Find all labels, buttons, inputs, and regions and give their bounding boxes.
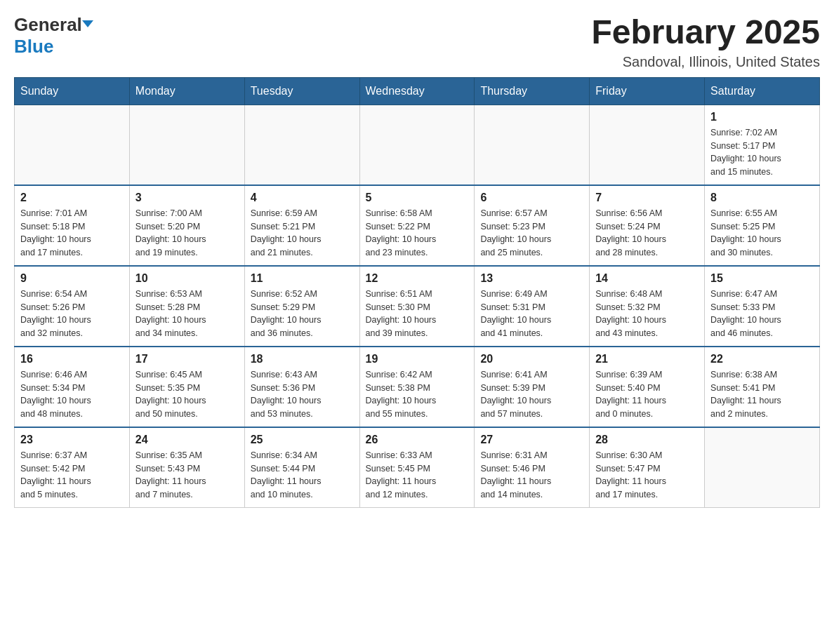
day-number: 19 — [366, 353, 469, 365]
calendar-header-row: Sunday Monday Tuesday Wednesday Thursday… — [15, 77, 820, 105]
day-info: Sunrise: 6:56 AMSunset: 5:24 PMDaylight:… — [595, 207, 699, 260]
day-info: Sunrise: 6:59 AMSunset: 5:21 PMDaylight:… — [251, 207, 354, 260]
day-info: Sunrise: 6:34 AMSunset: 5:44 PMDaylight:… — [251, 449, 354, 502]
day-number: 3 — [135, 192, 239, 204]
day-number: 5 — [366, 192, 469, 204]
calendar-day-cell: 7Sunrise: 6:56 AMSunset: 5:24 PMDaylight… — [590, 185, 705, 266]
day-number: 1 — [710, 111, 814, 123]
calendar-day-cell: 14Sunrise: 6:48 AMSunset: 5:32 PMDayligh… — [590, 266, 705, 347]
calendar-week-row: 9Sunrise: 6:54 AMSunset: 5:26 PMDaylight… — [15, 266, 820, 347]
calendar-day-cell — [129, 105, 244, 185]
calendar-day-cell: 17Sunrise: 6:45 AMSunset: 5:35 PMDayligh… — [129, 347, 244, 427]
logo-general-text: General — [14, 14, 82, 36]
day-number: 15 — [710, 272, 814, 285]
day-number: 12 — [366, 272, 469, 285]
day-info: Sunrise: 6:49 AMSunset: 5:31 PMDaylight:… — [480, 288, 583, 340]
calendar-day-cell: 10Sunrise: 6:53 AMSunset: 5:28 PMDayligh… — [129, 266, 244, 347]
calendar-day-cell: 20Sunrise: 6:41 AMSunset: 5:39 PMDayligh… — [475, 347, 590, 427]
day-info: Sunrise: 6:51 AMSunset: 5:30 PMDaylight:… — [366, 288, 469, 340]
day-number: 26 — [366, 434, 469, 446]
day-info: Sunrise: 6:54 AMSunset: 5:26 PMDaylight:… — [20, 288, 124, 340]
day-number: 18 — [251, 353, 354, 365]
day-number: 7 — [595, 192, 699, 204]
day-info: Sunrise: 6:48 AMSunset: 5:32 PMDaylight:… — [595, 288, 699, 340]
calendar-day-cell — [590, 105, 705, 185]
calendar-day-cell: 2Sunrise: 7:01 AMSunset: 5:18 PMDaylight… — [15, 185, 130, 266]
day-info: Sunrise: 6:37 AMSunset: 5:42 PMDaylight:… — [20, 449, 124, 502]
calendar-week-row: 23Sunrise: 6:37 AMSunset: 5:42 PMDayligh… — [15, 427, 820, 508]
day-number: 9 — [20, 272, 124, 285]
calendar-day-cell — [705, 427, 820, 508]
logo-arrow-icon — [82, 20, 93, 27]
header-thursday: Thursday — [475, 77, 590, 105]
day-info: Sunrise: 6:55 AMSunset: 5:25 PMDaylight:… — [710, 207, 814, 260]
day-info: Sunrise: 6:38 AMSunset: 5:41 PMDaylight:… — [710, 368, 814, 421]
day-info: Sunrise: 6:58 AMSunset: 5:22 PMDaylight:… — [366, 207, 469, 260]
day-info: Sunrise: 6:33 AMSunset: 5:45 PMDaylight:… — [366, 449, 469, 502]
day-info: Sunrise: 7:01 AMSunset: 5:18 PMDaylight:… — [20, 207, 124, 260]
calendar-day-cell: 12Sunrise: 6:51 AMSunset: 5:30 PMDayligh… — [359, 266, 475, 347]
calendar-day-cell: 28Sunrise: 6:30 AMSunset: 5:47 PMDayligh… — [590, 427, 705, 508]
day-info: Sunrise: 7:02 AMSunset: 5:17 PMDaylight:… — [710, 126, 814, 179]
day-info: Sunrise: 6:42 AMSunset: 5:38 PMDaylight:… — [366, 368, 469, 421]
logo-blue-text: Blue — [14, 36, 53, 57]
calendar-day-cell: 15Sunrise: 6:47 AMSunset: 5:33 PMDayligh… — [705, 266, 820, 347]
day-number: 17 — [135, 353, 239, 365]
header-saturday: Saturday — [705, 77, 820, 105]
calendar-day-cell: 22Sunrise: 6:38 AMSunset: 5:41 PMDayligh… — [705, 347, 820, 427]
header-sunday: Sunday — [15, 77, 130, 105]
day-info: Sunrise: 6:53 AMSunset: 5:28 PMDaylight:… — [135, 288, 239, 340]
month-title: February 2025 — [591, 14, 820, 51]
day-number: 10 — [135, 272, 239, 285]
day-number: 4 — [251, 192, 354, 204]
day-number: 6 — [480, 192, 583, 204]
day-number: 21 — [595, 353, 699, 365]
calendar-day-cell: 16Sunrise: 6:46 AMSunset: 5:34 PMDayligh… — [15, 347, 130, 427]
day-number: 23 — [20, 434, 124, 446]
day-info: Sunrise: 6:30 AMSunset: 5:47 PMDaylight:… — [595, 449, 699, 502]
day-info: Sunrise: 6:47 AMSunset: 5:33 PMDaylight:… — [710, 288, 814, 340]
calendar-day-cell: 8Sunrise: 6:55 AMSunset: 5:25 PMDaylight… — [705, 185, 820, 266]
calendar-week-row: 2Sunrise: 7:01 AMSunset: 5:18 PMDaylight… — [15, 185, 820, 266]
location-subtitle: Sandoval, Illinois, United States — [591, 54, 820, 70]
logo: General Blue — [14, 14, 91, 58]
day-number: 20 — [480, 353, 583, 365]
header-monday: Monday — [129, 77, 244, 105]
day-info: Sunrise: 6:35 AMSunset: 5:43 PMDaylight:… — [135, 449, 239, 502]
day-number: 2 — [20, 192, 124, 204]
header-friday: Friday — [590, 77, 705, 105]
calendar-day-cell: 9Sunrise: 6:54 AMSunset: 5:26 PMDaylight… — [15, 266, 130, 347]
day-info: Sunrise: 6:52 AMSunset: 5:29 PMDaylight:… — [251, 288, 354, 340]
header-wednesday: Wednesday — [359, 77, 475, 105]
day-number: 14 — [595, 272, 699, 285]
calendar-day-cell — [475, 105, 590, 185]
day-number: 24 — [135, 434, 239, 446]
calendar-day-cell: 13Sunrise: 6:49 AMSunset: 5:31 PMDayligh… — [475, 266, 590, 347]
calendar-day-cell: 19Sunrise: 6:42 AMSunset: 5:38 PMDayligh… — [359, 347, 475, 427]
day-number: 22 — [710, 353, 814, 365]
calendar-day-cell: 26Sunrise: 6:33 AMSunset: 5:45 PMDayligh… — [359, 427, 475, 508]
day-info: Sunrise: 6:43 AMSunset: 5:36 PMDaylight:… — [251, 368, 354, 421]
header-tuesday: Tuesday — [244, 77, 359, 105]
calendar-day-cell — [244, 105, 359, 185]
calendar-day-cell: 21Sunrise: 6:39 AMSunset: 5:40 PMDayligh… — [590, 347, 705, 427]
day-info: Sunrise: 6:41 AMSunset: 5:39 PMDaylight:… — [480, 368, 583, 421]
day-number: 25 — [251, 434, 354, 446]
calendar-day-cell: 4Sunrise: 6:59 AMSunset: 5:21 PMDaylight… — [244, 185, 359, 266]
calendar-day-cell — [359, 105, 475, 185]
day-number: 28 — [595, 434, 699, 446]
day-info: Sunrise: 6:31 AMSunset: 5:46 PMDaylight:… — [480, 449, 583, 502]
calendar-day-cell: 11Sunrise: 6:52 AMSunset: 5:29 PMDayligh… — [244, 266, 359, 347]
calendar-day-cell: 23Sunrise: 6:37 AMSunset: 5:42 PMDayligh… — [15, 427, 130, 508]
calendar-week-row: 1Sunrise: 7:02 AMSunset: 5:17 PMDaylight… — [15, 105, 820, 185]
day-number: 27 — [480, 434, 583, 446]
day-info: Sunrise: 6:39 AMSunset: 5:40 PMDaylight:… — [595, 368, 699, 421]
calendar-day-cell: 3Sunrise: 7:00 AMSunset: 5:20 PMDaylight… — [129, 185, 244, 266]
calendar-day-cell: 25Sunrise: 6:34 AMSunset: 5:44 PMDayligh… — [244, 427, 359, 508]
calendar-day-cell: 1Sunrise: 7:02 AMSunset: 5:17 PMDaylight… — [705, 105, 820, 185]
day-info: Sunrise: 6:45 AMSunset: 5:35 PMDaylight:… — [135, 368, 239, 421]
calendar-day-cell — [15, 105, 130, 185]
day-number: 11 — [251, 272, 354, 285]
calendar-day-cell: 5Sunrise: 6:58 AMSunset: 5:22 PMDaylight… — [359, 185, 475, 266]
calendar-table: Sunday Monday Tuesday Wednesday Thursday… — [14, 77, 820, 508]
